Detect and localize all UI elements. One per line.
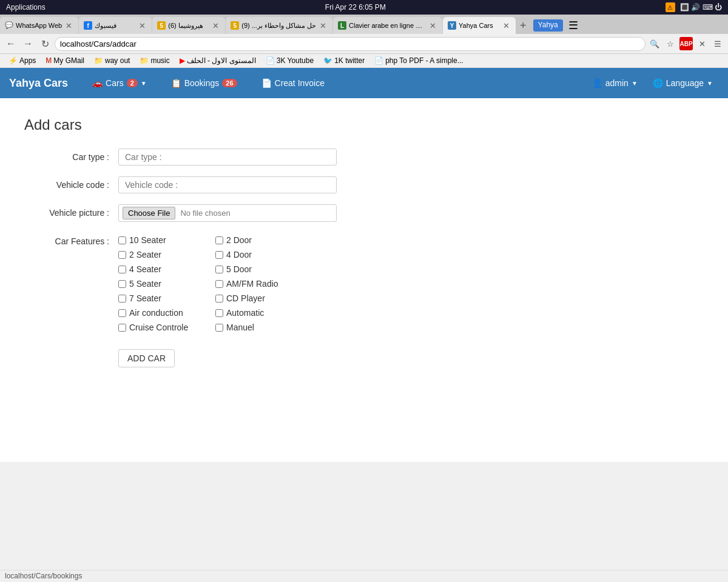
vehicle-code-input[interactable] <box>118 176 337 193</box>
doc-icon-php: 📄 <box>374 56 383 65</box>
nav-cars[interactable]: 🚗 Cars 2 ▼ <box>86 69 153 97</box>
profile-menu-icon[interactable]: ☰ <box>568 17 578 34</box>
search-icon[interactable]: 🔍 <box>648 37 661 50</box>
star-icon[interactable]: ☆ <box>664 37 677 50</box>
choose-file-button[interactable]: Choose File <box>123 207 175 219</box>
tab-close-errors[interactable]: ✕ <box>318 21 328 30</box>
checkbox-2door[interactable] <box>215 236 223 244</box>
bookings-badge: 26 <box>222 79 237 87</box>
main-content: Add cars Car type : Vehicle code : Vehic… <box>0 98 728 462</box>
nav-admin-label: admin <box>605 78 629 88</box>
cars-caret: ▼ <box>141 80 147 87</box>
checkbox-5seater[interactable] <box>118 280 126 288</box>
bookmark-level1[interactable]: ▶ المستوى الاول - الحلف <box>176 55 260 66</box>
new-tab-button[interactable]: + <box>516 17 530 34</box>
checkbox-4door[interactable] <box>215 251 223 259</box>
back-button[interactable]: ← <box>4 36 18 51</box>
tab-label-whatsapp: WhatsApp Web <box>16 22 62 29</box>
nav-invoice[interactable]: 📄 Creat Invoice <box>255 69 331 97</box>
label-7seater: 7 Seater <box>129 293 161 303</box>
bookmark-apps[interactable]: ⚡ Apps <box>5 55 39 66</box>
checkbox-4seater[interactable] <box>118 266 126 273</box>
tab-favicon-hiroshima: 5 <box>157 21 166 30</box>
label-aircon: Air conduction <box>129 308 183 318</box>
add-car-button[interactable]: ADD CAR <box>118 349 175 367</box>
bookmark-twitter[interactable]: 🐦 1K twitter <box>320 55 368 66</box>
nav-invoice-label: Creat Invoice <box>275 78 325 88</box>
tab-yahyacars[interactable]: Y Yahya Cars ✕ <box>443 17 516 34</box>
os-bar: Applications Fri Apr 22 6:05 PM ⚠ 🔳 🔊 ⌨ … <box>0 0 728 15</box>
brand-link[interactable]: Yahya Cars <box>9 77 68 90</box>
bookmark-php-label: php To PDF - A simple... <box>385 56 463 65</box>
close-icon[interactable]: ✕ <box>695 37 709 50</box>
car-type-group: Car type : <box>24 149 704 166</box>
checkbox-10seater[interactable] <box>118 236 126 244</box>
tab-errors[interactable]: 5 حل مشاكل واحطاء بر... (9) ✕ <box>226 17 332 34</box>
bookmark-php-pdf[interactable]: 📄 php To PDF - A simple... <box>371 55 467 66</box>
checkbox-manuel[interactable] <box>215 324 223 332</box>
tab-label-yahyacars: Yahya Cars <box>459 22 499 29</box>
page-title: Add cars <box>24 116 704 133</box>
bookmark-youtube[interactable]: 📄 3K Youtube <box>262 55 317 66</box>
vehicle-code-label: Vehicle code : <box>24 176 118 190</box>
checkbox-cdplayer[interactable] <box>215 295 223 303</box>
checkbox-5door[interactable] <box>215 266 223 273</box>
bookmark-music[interactable]: 📁 music <box>136 55 173 66</box>
apps-icon: ⚡ <box>8 56 18 65</box>
car-icon: 🚗 <box>92 78 103 88</box>
tab-whatsapp[interactable]: 💬 WhatsApp Web ✕ <box>0 17 78 34</box>
checkbox-cruise[interactable] <box>118 324 126 332</box>
feature-manuel: Manuel <box>215 323 300 332</box>
feature-cdplayer: CD Player <box>215 293 300 303</box>
bookmark-apps-label: Apps <box>19 56 36 65</box>
bookmark-gmail[interactable]: M My GMail <box>42 55 88 66</box>
checkbox-aircon[interactable] <box>118 309 126 317</box>
label-4seater: 4 Seater <box>129 264 161 274</box>
tab-close-yahyacars[interactable]: ✕ <box>502 21 511 30</box>
tab-close-facebook[interactable]: ✕ <box>138 21 147 30</box>
nav-language[interactable]: 🌐 Language ▼ <box>647 69 719 97</box>
file-chosen-name: No file chosen <box>180 209 230 218</box>
feature-10seater: 10 Seater <box>118 235 203 245</box>
tab-favicon-facebook: f <box>84 21 92 30</box>
cars-badge: 2 <box>127 79 138 87</box>
forward-button[interactable]: → <box>21 36 35 51</box>
bookmark-level1-label: المستوى الاول - الحلف <box>187 56 256 65</box>
bookmark-wayout[interactable]: 📁 way out <box>90 55 133 66</box>
feature-5door: 5 Door <box>215 264 300 274</box>
reload-button[interactable]: ↻ <box>38 36 52 51</box>
checkbox-7seater[interactable] <box>118 295 126 303</box>
language-icon: 🌐 <box>653 78 663 88</box>
nav-bookings[interactable]: 📋 Bookings 26 <box>165 69 243 97</box>
car-type-input[interactable] <box>118 149 337 166</box>
address-input[interactable]: localhost/Cars/addcar <box>55 37 645 51</box>
doc-icon-youtube: 📄 <box>266 56 275 65</box>
youtube-icon: ▶ <box>180 56 185 65</box>
nav-admin[interactable]: 👤 admin ▼ <box>586 69 644 97</box>
bookmark-music-label: music <box>150 56 169 65</box>
file-input-wrapper: Choose File No file chosen <box>118 204 337 222</box>
feature-aircon: Air conduction <box>118 308 203 318</box>
checkbox-2seater[interactable] <box>118 251 126 259</box>
tab-facebook[interactable]: f فيسبوك ✕ <box>79 17 152 34</box>
bookmark-youtube-label: 3K Youtube <box>277 56 314 65</box>
tab-clavier[interactable]: L Clavier arabe en ligne LE... ✕ <box>333 17 442 34</box>
tab-close-whatsapp[interactable]: ✕ <box>64 21 73 30</box>
address-bar: ← → ↻ localhost/Cars/addcar 🔍 ☆ ABP ✕ ☰ <box>0 34 728 54</box>
nav-language-label: Language <box>666 78 704 88</box>
os-app-menu[interactable]: Applications <box>6 3 46 12</box>
bookmark-gmail-label: My GMail <box>53 56 84 65</box>
abp-icon[interactable]: ABP <box>679 37 693 50</box>
tab-close-clavier[interactable]: ✕ <box>428 21 437 30</box>
checkbox-automatic[interactable] <box>215 309 223 317</box>
nav-cars-label: Cars <box>106 78 124 88</box>
gmail-icon: M <box>46 56 52 65</box>
checkbox-amfm[interactable] <box>215 280 223 288</box>
tab-hiroshima[interactable]: 5 هيروشيما (6) ✕ <box>152 17 225 34</box>
menu-icon[interactable]: ☰ <box>711 37 724 50</box>
label-2door: 2 Door <box>226 235 252 245</box>
bookmark-twitter-label: 1K twitter <box>334 56 365 65</box>
tab-close-hiroshima[interactable]: ✕ <box>211 21 220 30</box>
bookings-icon: 📋 <box>171 78 181 88</box>
admin-icon: 👤 <box>592 78 602 88</box>
